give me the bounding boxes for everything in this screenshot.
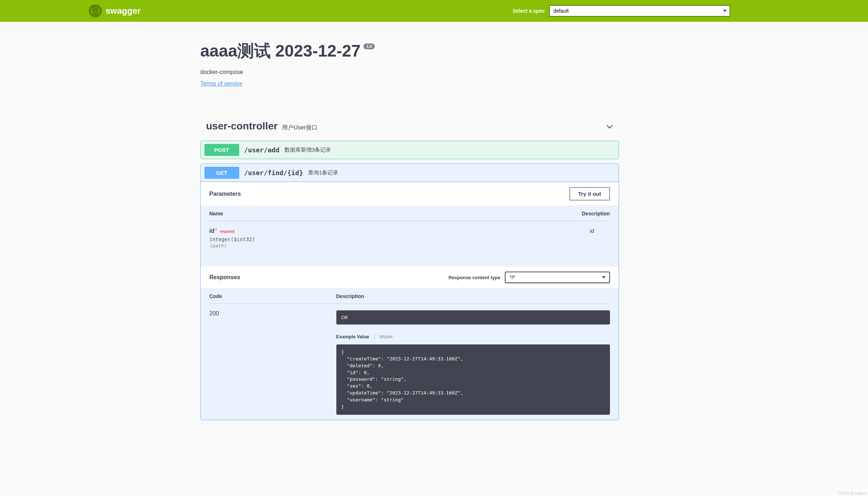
parameter-row: id* required integer($int32) (path) id bbox=[209, 221, 610, 248]
operation-body: Parameters Try it out Name Description i… bbox=[201, 182, 619, 420]
api-description: docker-compose bbox=[200, 69, 619, 75]
chevron-down-icon bbox=[606, 123, 613, 130]
content-type-select-wrap: */* bbox=[505, 272, 610, 283]
parameters-table: Name Description id* required integer($i… bbox=[201, 206, 619, 266]
method-badge-post: POST bbox=[204, 144, 239, 156]
operation-get-user-find: GET /user/find/{id} 查询1条记录 Parameters Tr… bbox=[200, 164, 619, 420]
response-code: 200 bbox=[209, 310, 336, 415]
param-type: integer($int32) bbox=[209, 236, 590, 242]
operation-path: /user/add bbox=[244, 146, 280, 154]
topbar: {…} swagger Select a spec default bbox=[0, 0, 868, 22]
param-col-desc-header: Description bbox=[582, 211, 610, 216]
parameters-title: Parameters bbox=[209, 191, 241, 197]
tab-example-value[interactable]: Example Value bbox=[336, 334, 369, 339]
response-content-type-label: Response content type bbox=[448, 275, 500, 280]
parameters-thead: Name Description bbox=[209, 211, 610, 221]
param-name-cell: id* required integer($int32) (path) bbox=[209, 228, 590, 248]
required-asterisk-icon: * bbox=[215, 228, 217, 233]
operations-wrapper: user-controller 用户User接口 POST /user/add … bbox=[200, 116, 619, 420]
operation-summary[interactable]: POST /user/add 数据库新增3条记录 bbox=[201, 141, 619, 159]
response-tabs: Example Value Model bbox=[336, 334, 610, 339]
tag-header[interactable]: user-controller 用户User接口 bbox=[200, 116, 619, 136]
param-name: id bbox=[209, 228, 215, 234]
param-description: id bbox=[590, 228, 594, 248]
response-description-cell: OK Example Value Model { "createTime": "… bbox=[336, 310, 610, 415]
tab-model[interactable]: Model bbox=[380, 334, 393, 339]
swagger-logo-icon: {…} bbox=[89, 4, 102, 17]
tag-left: user-controller 用户User接口 bbox=[206, 120, 317, 132]
api-info: aaaa测试 2023-12-27 1.0 docker-compose Ter… bbox=[200, 40, 619, 87]
spec-select-wrap: default bbox=[549, 5, 730, 17]
operation-summary[interactable]: GET /user/find/{id} 查询1条记录 bbox=[201, 164, 619, 182]
operation-description: 数据库新增3条记录 bbox=[285, 146, 331, 153]
response-content-type-group: Response content type */* bbox=[448, 272, 610, 283]
responses-header: Responses Response content type */* bbox=[201, 266, 619, 288]
responses-title: Responses bbox=[209, 274, 240, 281]
api-title: aaaa测试 2023-12-27 1.0 bbox=[200, 40, 619, 62]
parameters-header: Parameters Try it out bbox=[201, 182, 619, 206]
tag-name: user-controller bbox=[206, 120, 278, 132]
swagger-title: swagger bbox=[105, 6, 141, 16]
operation-path: /user/find/{id} bbox=[244, 169, 303, 177]
param-name-line: id* required bbox=[209, 228, 590, 234]
response-message: OK bbox=[336, 310, 610, 325]
try-it-out-button[interactable]: Try it out bbox=[569, 187, 610, 201]
version-badge: 1.0 bbox=[364, 44, 375, 49]
example-value-code[interactable]: { "createTime": "2023-12-27T14:49:33.160… bbox=[336, 344, 610, 415]
terms-of-service-link[interactable]: Terms of service bbox=[200, 80, 242, 87]
response-row: 200 OK Example Value Model { "createTime… bbox=[209, 304, 610, 415]
tag-description: 用户User接口 bbox=[282, 124, 317, 132]
method-badge-get: GET bbox=[204, 167, 239, 179]
responses-thead: Code Description bbox=[209, 293, 610, 304]
param-in: (path) bbox=[209, 243, 590, 248]
main-container: aaaa测试 2023-12-27 1.0 docker-compose Ter… bbox=[112, 22, 757, 438]
spec-select[interactable]: default bbox=[549, 5, 730, 17]
topbar-brand: {…} swagger bbox=[89, 4, 141, 17]
content-type-select[interactable]: */* bbox=[505, 272, 610, 283]
spec-selector: Select a spec default bbox=[512, 5, 730, 17]
response-col-desc-header: Description bbox=[336, 293, 364, 299]
required-label: required bbox=[220, 229, 234, 233]
responses-table: Code Description 200 OK Example Value Mo… bbox=[201, 288, 619, 420]
tab-divider bbox=[374, 334, 375, 339]
select-spec-label: Select a spec bbox=[512, 8, 545, 14]
api-title-text: aaaa测试 2023-12-27 bbox=[200, 40, 361, 62]
response-col-code-header: Code bbox=[209, 293, 336, 299]
operation-description: 查询1条记录 bbox=[308, 169, 338, 176]
operation-post-user-add: POST /user/add 数据库新增3条记录 bbox=[200, 141, 619, 159]
param-col-name-header: Name bbox=[209, 211, 582, 216]
